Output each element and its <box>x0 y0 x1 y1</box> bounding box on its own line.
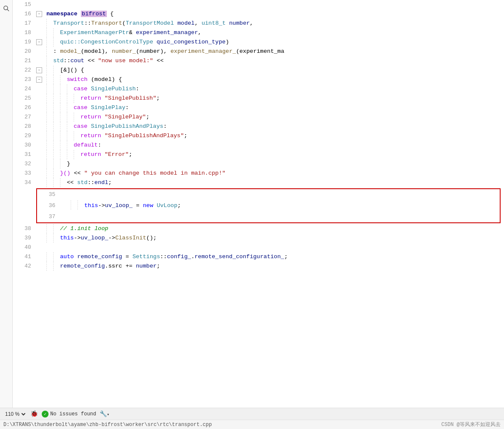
code-line-25: 25 return "SinglePublish"; <box>13 94 504 103</box>
line-content: return "SinglePublishAndPlays"; <box>43 131 504 141</box>
line-number: 23 <box>13 75 36 84</box>
fold-marker <box>36 243 43 252</box>
line-content: case SinglePlay: <box>43 103 504 112</box>
code-line-24: 24 case SinglePublish: <box>13 84 504 94</box>
fold-marker <box>36 141 43 150</box>
line-number: 19 <box>13 37 36 47</box>
line-number: 29 <box>13 131 36 141</box>
fold-marker <box>36 19 43 28</box>
line-number: 33 <box>13 169 36 178</box>
code-line-34: 34 << std::endl; <box>13 178 504 187</box>
line-content: switch (model) { <box>43 75 504 84</box>
line-number: 24 <box>13 84 36 94</box>
line-content: quic::CongestionControlType quic_congest… <box>43 37 504 47</box>
code-line-17: 17 Transport::Transport(TransportModel m… <box>13 19 504 28</box>
fold-marker <box>36 0 43 9</box>
line-content: Transport::Transport(TransportModel mode… <box>43 19 504 28</box>
code-line-33: 33 }() << " you can change this model in… <box>13 169 504 178</box>
line-content: return "SinglePlay"; <box>43 112 504 122</box>
status-bar: 110 % 🐞 ✓ No issues found 🔧▾ <box>0 408 504 420</box>
code-line-31: 31 return "Error"; <box>13 150 504 159</box>
fold-marker <box>60 200 67 211</box>
line-number: 21 <box>13 56 36 66</box>
line-content <box>67 211 500 222</box>
line-content: return "SinglePublish"; <box>43 94 504 103</box>
code-line-16: 16−namespace bifrost { <box>13 9 504 19</box>
code-line-23: 23− switch (model) { <box>13 75 504 84</box>
code-line-37: 37 <box>37 211 500 222</box>
line-number: 26 <box>13 103 36 112</box>
tools-icon[interactable]: 🔧▾ <box>100 410 109 417</box>
fold-marker <box>36 28 43 37</box>
code-line-18: 18 ExperimentManagerPtr& experiment_mana… <box>13 28 504 37</box>
status-left: 110 % 🐞 ✓ No issues found 🔧▾ <box>3 410 501 418</box>
fold-marker <box>36 131 43 141</box>
line-number: 34 <box>13 178 36 187</box>
line-content: case SinglePublishAndPlays: <box>43 122 504 131</box>
line-content: auto remote_config = Settings::config_.r… <box>43 252 504 262</box>
fold-marker <box>36 262 43 271</box>
fold-marker <box>36 84 43 94</box>
code-line-26: 26 case SinglePlay: <box>13 103 504 112</box>
line-content: std::cout << "now use model:" << <box>43 56 504 66</box>
line-content: this->uv_loop_->ClassInit(); <box>43 233 504 243</box>
code-line-38: 38 // 1.init loop <box>13 224 504 233</box>
fold-marker[interactable]: − <box>36 37 43 47</box>
no-issues-status: ✓ No issues found <box>42 411 96 417</box>
fold-marker <box>36 224 43 233</box>
fold-marker <box>36 112 43 122</box>
line-number: 30 <box>13 141 36 150</box>
line-number: 16 <box>13 9 36 19</box>
line-number: 25 <box>13 94 36 103</box>
code-line-30: 30 default: <box>13 141 504 150</box>
line-number: 17 <box>13 19 36 28</box>
code-line-28: 28 case SinglePublishAndPlays: <box>13 122 504 131</box>
line-content: << std::endl; <box>43 178 504 187</box>
code-lines: 1516−namespace bifrost {17 Transport::Tr… <box>13 0 504 408</box>
fold-marker[interactable]: − <box>36 75 43 84</box>
fold-marker[interactable]: − <box>36 9 43 19</box>
code-line-39: 39 this->uv_loop_->ClassInit(); <box>13 233 504 243</box>
code-line-35: 35 <box>37 189 500 200</box>
line-number: 42 <box>13 262 36 271</box>
line-content: remote_config.ssrc += number; <box>43 262 504 271</box>
code-line-15: 15 <box>13 0 504 9</box>
line-content <box>43 0 504 9</box>
line-number: 35 <box>37 189 60 200</box>
fold-marker <box>36 233 43 243</box>
line-number: 20 <box>13 47 36 56</box>
code-line-22: 22− [&]() { <box>13 66 504 75</box>
code-line-20: 20 : model_(model), number_(number), exp… <box>13 47 504 56</box>
left-gutter <box>0 0 13 408</box>
status-check-icon: ✓ <box>42 411 49 417</box>
line-number: 28 <box>13 122 36 131</box>
line-number: 39 <box>13 233 36 243</box>
code-line-27: 27 return "SinglePlay"; <box>13 112 504 122</box>
line-content: return "Error"; <box>43 150 504 159</box>
line-content <box>67 189 500 200</box>
line-content: case SinglePublish: <box>43 84 504 94</box>
fold-marker <box>36 103 43 112</box>
line-number: 27 <box>13 112 36 122</box>
code-area: 1516−namespace bifrost {17 Transport::Tr… <box>13 0 504 408</box>
debug-icon: 🐞 <box>30 410 38 418</box>
fold-marker <box>60 189 67 200</box>
fold-marker <box>36 122 43 131</box>
zoom-select[interactable]: 110 % <box>3 411 27 417</box>
svg-point-0 <box>4 6 8 10</box>
code-line-36: 36 this->uv_loop_ = new UvLoop; <box>37 200 500 211</box>
code-line-19: 19− quic::CongestionControlType quic_con… <box>13 37 504 47</box>
line-content <box>43 243 504 252</box>
line-number: 40 <box>13 243 36 252</box>
search-icon[interactable] <box>0 3 12 14</box>
line-content: ExperimentManagerPtr& experiment_manager… <box>43 28 504 37</box>
highlight-box: 3536 this->uv_loop_ = new UvLoop;37 <box>36 188 501 223</box>
code-line-42: 42 remote_config.ssrc += number; <box>13 262 504 271</box>
line-number: 15 <box>13 0 36 9</box>
fold-marker <box>36 94 43 103</box>
line-content: }() << " you can change this model in ma… <box>43 169 504 178</box>
fold-marker[interactable]: − <box>36 66 43 75</box>
code-line-41: 41 auto remote_config = Settings::config… <box>13 252 504 262</box>
line-content: // 1.init loop <box>43 224 504 233</box>
line-content: this->uv_loop_ = new UvLoop; <box>67 200 500 211</box>
